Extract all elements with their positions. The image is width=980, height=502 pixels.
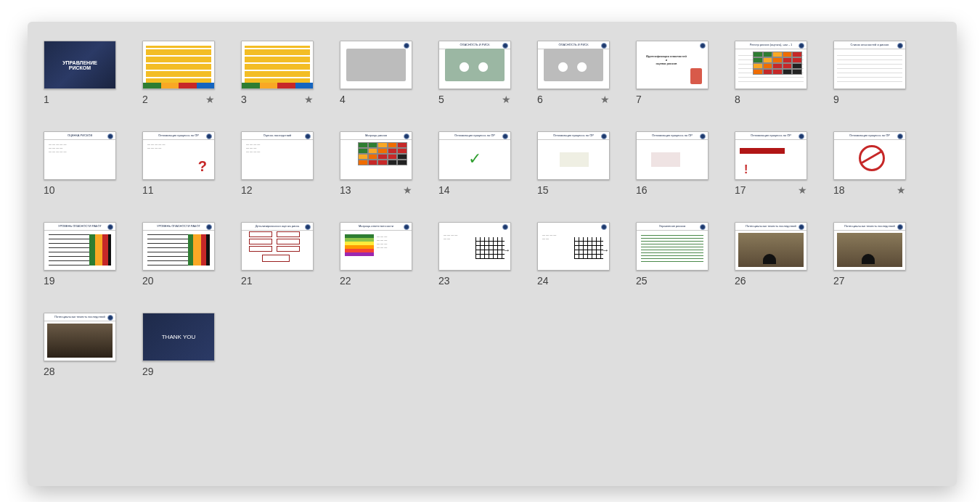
slide-number: 3 bbox=[241, 94, 247, 105]
slide-grid: УПРАВЛЕНИЕРИСКОМ12★3★4ОПАСНОСТЬ И РИСК5★… bbox=[44, 41, 941, 377]
slide-number: 13 bbox=[340, 184, 351, 196]
slide-cell-22: Матрица ответственности— — —— — —— — —— … bbox=[340, 222, 412, 287]
slide-cell-5: ОПАСНОСТЬ И РИСК5★ bbox=[438, 41, 511, 105]
slide-cell-27: Потенциальная тяжесть последствий27 bbox=[833, 222, 906, 287]
transition-star-icon: ★ bbox=[897, 185, 906, 195]
slide-thumbnail-26[interactable]: Потенциальная тяжесть последствий bbox=[735, 222, 807, 271]
slide-thumbnail-17[interactable]: Оптимизация процесса по ОР! bbox=[735, 131, 807, 180]
transition-star-icon: ★ bbox=[600, 94, 610, 104]
slide-cell-1: УПРАВЛЕНИЕРИСКОМ1 bbox=[44, 41, 116, 105]
slide-thumbnail-24[interactable]: — — — —— —→ bbox=[537, 222, 610, 271]
slide-cell-12: Оценка последствий— — — —— — —— — — —12 bbox=[241, 131, 314, 196]
slide-cell-14: Оптимизация процесса по ОР✓14 bbox=[438, 131, 511, 196]
slide-thumbnail-20[interactable]: УРОВЕНЬ ОПАСНОСТИ РАБОТ bbox=[142, 222, 215, 271]
slide-thumbnail-6[interactable]: ОПАСНОСТЬ И РИСК bbox=[537, 41, 610, 89]
slide-thumbnail-28[interactable]: Потенциальная тяжесть последствий bbox=[44, 313, 116, 361]
slide-number: 21 bbox=[241, 275, 253, 287]
slide-cell-23: — — — —— —→23 bbox=[438, 222, 511, 287]
slide-cell-2: 2★ bbox=[142, 41, 215, 105]
slide-sorter-panel: { "slides":[ {"n":"1","star":false,"kind… bbox=[28, 22, 957, 486]
slide-number: 20 bbox=[142, 275, 154, 287]
slide-number: 7 bbox=[636, 94, 642, 105]
slide-cell-18: Оптимизация процесса по ОР18★ bbox=[833, 131, 906, 196]
slide-number: 27 bbox=[833, 275, 845, 287]
transition-star-icon: ★ bbox=[205, 94, 215, 104]
slide-number: 26 bbox=[735, 275, 746, 287]
transition-star-icon: ★ bbox=[798, 185, 807, 195]
slide-cell-10: ОЦЕНКА РИСКОВ— — — — —— — — —— — — — —10 bbox=[44, 131, 116, 196]
slide-number: 8 bbox=[735, 94, 740, 105]
slide-cell-6: ОПАСНОСТЬ И РИСК6★ bbox=[537, 41, 610, 105]
slide-number: 18 bbox=[833, 184, 845, 196]
slide-number: 16 bbox=[636, 184, 648, 196]
slide-cell-8: Реестр рисков (оценка), шаг - 18 bbox=[735, 41, 807, 105]
slide-number: 23 bbox=[438, 275, 450, 287]
slide-thumbnail-8[interactable]: Реестр рисков (оценка), шаг - 1 bbox=[735, 41, 807, 89]
slide-cell-15: Оптимизация процесса по ОР15 bbox=[537, 131, 610, 196]
slide-number: 25 bbox=[636, 275, 648, 287]
slide-thumbnail-5[interactable]: ОПАСНОСТЬ И РИСК bbox=[438, 41, 511, 89]
transition-star-icon: ★ bbox=[403, 185, 412, 195]
slide-thumbnail-22[interactable]: Матрица ответственности— — —— — —— — —— … bbox=[340, 222, 412, 271]
slide-thumbnail-18[interactable]: Оптимизация процесса по ОР bbox=[833, 131, 906, 180]
slide-cell-20: УРОВЕНЬ ОПАСНОСТИ РАБОТ20 bbox=[142, 222, 215, 287]
slide-thumbnail-4[interactable] bbox=[340, 41, 412, 89]
slide-cell-17: Оптимизация процесса по ОР!17★ bbox=[735, 131, 807, 196]
slide-number: 28 bbox=[44, 366, 55, 377]
slide-cell-16: Оптимизация процесса по ОР16 bbox=[636, 131, 709, 196]
slide-thumbnail-16[interactable]: Оптимизация процесса по ОР bbox=[636, 131, 709, 180]
slide-cell-29: THANK YOU29 bbox=[142, 313, 215, 377]
slide-number: 14 bbox=[438, 184, 450, 196]
slide-cell-25: Управление риском25 bbox=[636, 222, 709, 287]
slide-number: 1 bbox=[44, 94, 49, 105]
slide-thumbnail-19[interactable]: УРОВЕНЬ ОПАСНОСТИ РАБОТ bbox=[44, 222, 116, 271]
slide-thumbnail-10[interactable]: ОЦЕНКА РИСКОВ— — — — —— — — —— — — — — bbox=[44, 131, 116, 180]
slide-thumbnail-23[interactable]: — — — —— —→ bbox=[438, 222, 511, 271]
transition-star-icon: ★ bbox=[304, 94, 314, 104]
slide-number: 5 bbox=[438, 94, 444, 105]
slide-number: 9 bbox=[833, 94, 839, 105]
transition-star-icon: ★ bbox=[502, 94, 511, 104]
slide-cell-9: Список опасностей и рисков9 bbox=[833, 41, 906, 105]
slide-number: 12 bbox=[241, 184, 253, 196]
slide-thumbnail-9[interactable]: Список опасностей и рисков bbox=[833, 41, 906, 89]
slide-cell-4: 4 bbox=[340, 41, 412, 105]
slide-thumbnail-25[interactable]: Управление риском bbox=[636, 222, 709, 271]
slide-number: 24 bbox=[537, 275, 549, 287]
slide-cell-11: Оптимизация процесса по ОР— — — — —— — —… bbox=[142, 131, 215, 196]
slide-number: 2 bbox=[142, 94, 148, 105]
slide-cell-24: — — — —— —→24 bbox=[537, 222, 610, 287]
slide-thumbnail-2[interactable] bbox=[142, 41, 215, 89]
slide-number: 6 bbox=[537, 94, 543, 105]
slide-number: 22 bbox=[340, 275, 351, 287]
slide-cell-21: Детализированная оценка риска21 bbox=[241, 222, 314, 287]
slide-number: 4 bbox=[340, 94, 346, 105]
slide-thumbnail-1[interactable]: УПРАВЛЕНИЕРИСКОМ bbox=[44, 41, 116, 89]
slide-cell-7: Идентификация опасностейиоценка рисков7 bbox=[636, 41, 709, 105]
slide-thumbnail-11[interactable]: Оптимизация процесса по ОР— — — — —— — —… bbox=[142, 131, 215, 180]
slide-cell-3: 3★ bbox=[241, 41, 314, 105]
slide-thumbnail-27[interactable]: Потенциальная тяжесть последствий bbox=[833, 222, 906, 271]
slide-cell-28: Потенциальная тяжесть последствий28 bbox=[44, 313, 116, 377]
slide-number: 15 bbox=[537, 184, 549, 196]
slide-cell-13: Матрица рисков13★ bbox=[340, 131, 412, 196]
slide-thumbnail-13[interactable]: Матрица рисков bbox=[340, 131, 412, 180]
slide-number: 29 bbox=[142, 366, 154, 377]
slide-cell-26: Потенциальная тяжесть последствий26 bbox=[735, 222, 807, 287]
slide-number: 10 bbox=[44, 184, 55, 196]
slide-thumbnail-21[interactable]: Детализированная оценка риска bbox=[241, 222, 314, 271]
slide-thumbnail-3[interactable] bbox=[241, 41, 314, 89]
slide-cell-19: УРОВЕНЬ ОПАСНОСТИ РАБОТ19 bbox=[44, 222, 116, 287]
slide-thumbnail-29[interactable]: THANK YOU bbox=[142, 313, 215, 361]
slide-number: 17 bbox=[735, 184, 746, 196]
slide-number: 11 bbox=[142, 184, 154, 196]
slide-thumbnail-7[interactable]: Идентификация опасностейиоценка рисков bbox=[636, 41, 709, 89]
slide-thumbnail-15[interactable]: Оптимизация процесса по ОР bbox=[537, 131, 610, 180]
slide-thumbnail-14[interactable]: Оптимизация процесса по ОР✓ bbox=[438, 131, 511, 180]
slide-thumbnail-12[interactable]: Оценка последствий— — — —— — —— — — — bbox=[241, 131, 314, 180]
slide-number: 19 bbox=[44, 275, 55, 287]
